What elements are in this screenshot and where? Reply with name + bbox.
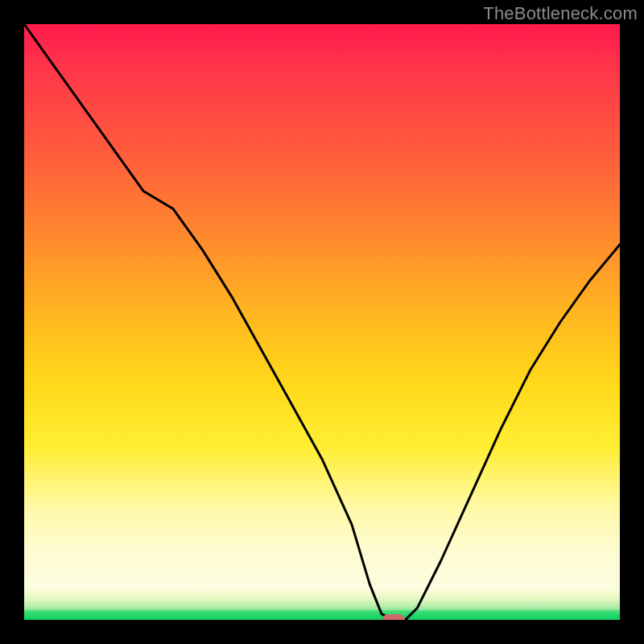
curve-svg [24, 24, 620, 620]
watermark-text: TheBottleneck.com [483, 3, 638, 24]
chart-frame: TheBottleneck.com [0, 0, 644, 644]
bottleneck-marker [382, 614, 405, 620]
plot-area [24, 24, 620, 620]
bottleneck-curve [24, 24, 620, 620]
